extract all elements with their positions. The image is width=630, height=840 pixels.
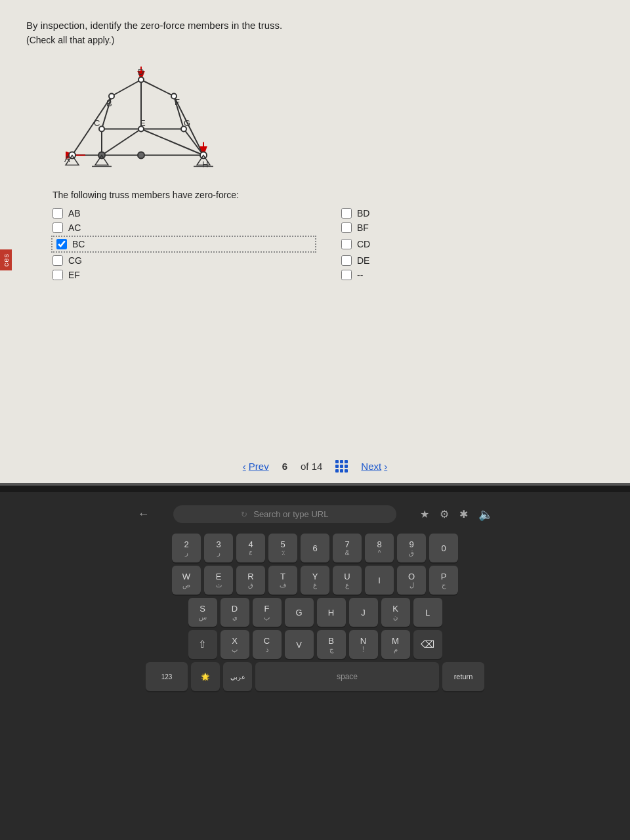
key-7[interactable]: 7& bbox=[333, 534, 362, 562]
checkbox-EF[interactable]: EF bbox=[52, 270, 315, 280]
checkbox-AB[interactable]: AB bbox=[52, 208, 315, 219]
svg-line-4 bbox=[141, 80, 174, 96]
search-bar[interactable]: ↻ Search or type URL bbox=[173, 505, 396, 523]
section-label: The following truss members have zero-fo… bbox=[52, 190, 604, 200]
checkbox-dash[interactable]: -- bbox=[341, 270, 604, 280]
key-4[interactable]: 4ε bbox=[236, 534, 265, 562]
key-T[interactable]: Tف bbox=[268, 566, 297, 595]
checkbox-BD[interactable]: BD bbox=[341, 208, 604, 219]
prev-label[interactable]: Prev bbox=[249, 461, 269, 472]
key-R[interactable]: Rق bbox=[236, 566, 265, 595]
checkbox-DE[interactable]: DE bbox=[341, 255, 604, 266]
key-8[interactable]: 8^ bbox=[365, 534, 394, 562]
checkbox-EF-input[interactable] bbox=[52, 270, 63, 280]
key-3[interactable]: 3ر bbox=[204, 534, 233, 562]
checkbox-CD[interactable]: CD bbox=[341, 237, 604, 251]
svg-point-25 bbox=[138, 77, 144, 83]
key-W[interactable]: Wص bbox=[172, 566, 201, 595]
checkbox-CG-input[interactable] bbox=[52, 255, 63, 266]
checkbox-AB-input[interactable] bbox=[52, 208, 63, 219]
key-C[interactable]: Cذ bbox=[253, 630, 282, 659]
grid-view-icon[interactable] bbox=[335, 460, 348, 472]
checkbox-BD-input[interactable] bbox=[341, 208, 352, 219]
key-space[interactable]: space bbox=[255, 662, 439, 691]
key-G[interactable]: G bbox=[285, 598, 314, 627]
key-J[interactable]: J bbox=[349, 598, 378, 627]
checkbox-BC-input[interactable] bbox=[56, 239, 67, 249]
key-fn-1[interactable]: 123 bbox=[146, 662, 188, 691]
key-P[interactable]: Pح bbox=[429, 566, 458, 595]
key-0[interactable]: 0 bbox=[429, 534, 458, 562]
key-9[interactable]: 9ق bbox=[397, 534, 426, 562]
svg-text:D: D bbox=[138, 67, 144, 77]
laptop-screen: ces By inspection, identify the zero-for… bbox=[0, 0, 630, 486]
back-nav-icon[interactable]: ← bbox=[138, 507, 150, 521]
next-button[interactable]: Next › bbox=[361, 461, 387, 472]
asterisk-icon[interactable]: ✱ bbox=[459, 508, 468, 520]
key-S[interactable]: Sس bbox=[188, 598, 217, 627]
search-refresh-icon: ↻ bbox=[241, 510, 247, 519]
checkbox-dash-label: -- bbox=[357, 270, 363, 280]
key-row-z: ⇧ Xب Cذ V Bج N! Mم ⌫ bbox=[20, 630, 610, 659]
volume-icon[interactable]: 🔈 bbox=[478, 507, 493, 522]
key-emoji[interactable]: 🌟 bbox=[191, 662, 220, 691]
svg-text:C: C bbox=[94, 118, 100, 128]
key-X[interactable]: Xب bbox=[220, 630, 249, 659]
key-shift-left[interactable]: ⇧ bbox=[188, 630, 217, 659]
key-L[interactable]: L bbox=[413, 598, 442, 627]
key-return[interactable]: return bbox=[442, 662, 484, 691]
truss-diagram: A B D F C E G H bbox=[52, 58, 223, 177]
key-6[interactable]: 6 bbox=[301, 534, 329, 562]
svg-line-3 bbox=[112, 80, 141, 96]
checkbox-CD-label: CD bbox=[357, 239, 370, 249]
question-line1: By inspection, identify the zero-force m… bbox=[26, 20, 604, 31]
checkbox-CD-input[interactable] bbox=[341, 239, 352, 249]
key-V[interactable]: V bbox=[285, 630, 314, 659]
key-backspace[interactable]: ⌫ bbox=[413, 630, 442, 659]
checkbox-BF-input[interactable] bbox=[341, 222, 352, 233]
page-current: 6 bbox=[282, 461, 287, 472]
key-M[interactable]: Mم bbox=[381, 630, 410, 659]
key-O[interactable]: Oل bbox=[397, 566, 426, 595]
checkboxes-container: AB BD AC BF BC CD CG DE bbox=[52, 208, 604, 280]
search-placeholder: Search or type URL bbox=[253, 509, 328, 519]
prev-button[interactable]: ‹ Prev bbox=[243, 461, 269, 472]
checkbox-CG[interactable]: CG bbox=[52, 255, 315, 266]
star-icon[interactable]: ★ bbox=[420, 508, 429, 520]
key-row-q: Wص Eث Rق Tف Yغ Uع I Oل Pح bbox=[20, 566, 610, 595]
prev-arrow-icon: ‹ bbox=[243, 461, 246, 472]
checkbox-AC-input[interactable] bbox=[52, 222, 63, 233]
key-5[interactable]: 5٪ bbox=[268, 534, 297, 562]
checkbox-DE-label: DE bbox=[357, 255, 369, 266]
key-D[interactable]: Dي bbox=[220, 598, 249, 627]
page-separator: of 14 bbox=[301, 461, 322, 472]
key-row-a: Sس Dي Fب G H J Kن L bbox=[20, 598, 610, 627]
key-U[interactable]: Uع bbox=[333, 566, 362, 595]
key-2[interactable]: 2ر bbox=[172, 534, 201, 562]
next-label[interactable]: Next bbox=[361, 461, 381, 472]
checkbox-BF-label: BF bbox=[357, 222, 369, 233]
checkbox-BC-label: BC bbox=[72, 239, 85, 249]
checkbox-BF[interactable]: BF bbox=[341, 222, 604, 233]
key-H[interactable]: H bbox=[317, 598, 346, 627]
checkbox-BC[interactable]: BC bbox=[52, 237, 315, 251]
side-tab-label: ces bbox=[2, 253, 10, 266]
settings-icon[interactable]: ⚙ bbox=[440, 508, 449, 520]
top-bar: ← ↻ Search or type URL ★ ⚙ ✱ 🔈 bbox=[20, 505, 610, 523]
checkbox-dash-input[interactable] bbox=[341, 270, 352, 280]
key-F[interactable]: Fب bbox=[253, 598, 282, 627]
svg-text:E: E bbox=[140, 118, 146, 128]
key-Y[interactable]: Yغ bbox=[301, 566, 329, 595]
key-N[interactable]: N! bbox=[349, 630, 378, 659]
key-K[interactable]: Kن bbox=[381, 598, 410, 627]
key-lang[interactable]: عربي bbox=[223, 662, 252, 691]
checkbox-DE-input[interactable] bbox=[341, 255, 352, 266]
key-I[interactable]: I bbox=[365, 566, 394, 595]
key-B[interactable]: Bج bbox=[317, 630, 346, 659]
checkbox-CG-label: CG bbox=[68, 255, 82, 266]
key-E[interactable]: Eث bbox=[204, 566, 233, 595]
checkbox-AC[interactable]: AC bbox=[52, 222, 315, 233]
checkbox-AB-label: AB bbox=[68, 208, 81, 219]
svg-text:B: B bbox=[106, 98, 112, 108]
svg-text:G: G bbox=[184, 118, 190, 128]
